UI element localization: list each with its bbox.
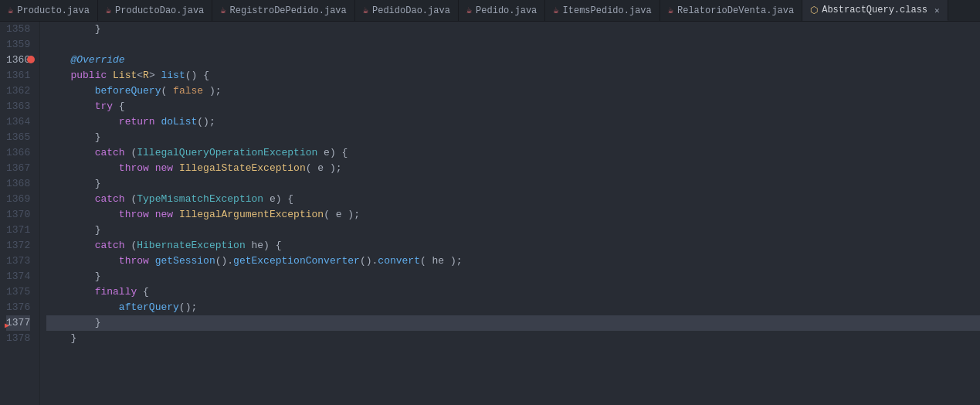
tab-label: AbstractQuery.class — [822, 5, 927, 15]
tab-pedidodao-java[interactable]: ☕ PedidoDao.java — [355, 0, 459, 21]
line-number: 1371 — [6, 223, 30, 238]
tab-label: Producto.java — [17, 5, 90, 16]
tab-abstractquery-class[interactable]: ⬡ AbstractQuery.class ✕ — [802, 0, 948, 21]
tab-label: ProductoDao.java — [115, 5, 204, 16]
code-line-1370: throw new IllegalArgumentException( e ); — [46, 207, 980, 223]
code-line-1360: @Override — [46, 53, 980, 68]
code-line-1358: } — [46, 22, 980, 37]
code-line-1361: public List<R> list() { — [46, 68, 980, 83]
tab-pedido-java[interactable]: ☕ Pedido.java — [459, 0, 545, 21]
line-number-current: 1377 ▶ — [6, 315, 30, 331]
code-line-1375: finally { — [46, 284, 980, 300]
line-number: 1365 — [6, 130, 30, 145]
code-line-1364: return doList(); — [46, 114, 980, 130]
line-number: 1359 — [6, 37, 30, 53]
code-line-1365: } — [46, 130, 980, 145]
code-line-1363: try { — [46, 99, 980, 114]
line-numbers: 1358 1359 1360 1361 1362 1363 1364 1365 … — [0, 22, 40, 405]
tab-registrodepedido-java[interactable]: ☕ RegistroDePedido.java — [212, 0, 354, 21]
code-line-1373: throw getSession().getExceptionConverter… — [46, 254, 980, 269]
code-line-1366: catch (IllegalQueryOperationException e)… — [46, 145, 980, 161]
breakpoint-indicator — [27, 56, 35, 63]
code-line-1378: } — [46, 331, 980, 346]
code-line-1371: } — [46, 223, 980, 238]
line-number: 1358 — [6, 22, 30, 37]
line-number: 1369 — [6, 192, 30, 207]
line-number: 1360 — [6, 53, 30, 68]
line-number: 1370 — [6, 207, 30, 223]
code-line-1362: beforeQuery( false ); — [46, 83, 980, 99]
line-number: 1368 — [6, 176, 30, 192]
tab-close-icon[interactable]: ✕ — [934, 5, 940, 15]
tab-producto-java[interactable]: ☕ Producto.java — [0, 0, 98, 21]
code-line-1368: } — [46, 176, 980, 192]
tab-relatoriodeventa-java[interactable]: ☕ RelatorioDeVenta.java — [660, 0, 802, 21]
line-number: 1366 — [6, 145, 30, 161]
line-number: 1378 — [6, 331, 30, 346]
line-number: 1361 — [6, 68, 30, 83]
line-number: 1363 — [6, 99, 30, 114]
line-number: 1373 — [6, 254, 30, 269]
code-line-1367: throw new IllegalStateException( e ); — [46, 161, 980, 176]
line-number: 1367 — [6, 161, 30, 176]
line-number: 1362 — [6, 83, 30, 99]
tab-bar: ☕ Producto.java ☕ ProductoDao.java ☕ Reg… — [0, 0, 980, 22]
code-line-1372: catch (HibernateException he) { — [46, 238, 980, 254]
tab-productodao-java[interactable]: ☕ ProductoDao.java — [98, 0, 212, 21]
tab-label: PedidoDao.java — [372, 5, 450, 16]
tab-label: Pedido.java — [476, 5, 537, 16]
code-area[interactable]: } @Override public List<R> list() { befo… — [40, 22, 980, 405]
line-number: 1364 — [6, 114, 30, 130]
line-number: 1376 — [6, 300, 30, 315]
line-number: 1375 — [6, 284, 30, 300]
code-line-1376: afterQuery(); — [46, 300, 980, 315]
code-line-1369: catch (TypeMismatchException e) { — [46, 192, 980, 207]
tab-label: ItemsPedido.java — [563, 5, 652, 16]
line-number: 1374 — [6, 269, 30, 284]
editor: 1358 1359 1360 1361 1362 1363 1364 1365 … — [0, 22, 980, 405]
tab-itemspedido-java[interactable]: ☕ ItemsPedido.java — [545, 0, 660, 21]
line-number: 1372 — [6, 238, 30, 254]
code-line-1359 — [46, 37, 980, 53]
tab-label: RelatorioDeVenta.java — [677, 5, 794, 16]
code-line-1377: } — [46, 315, 980, 331]
code-line-1374: } — [46, 269, 980, 284]
tab-label: RegistroDePedido.java — [230, 5, 347, 16]
